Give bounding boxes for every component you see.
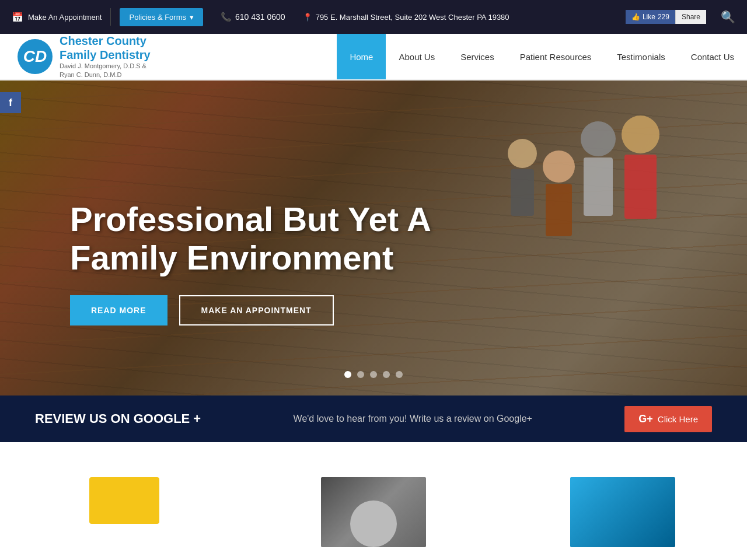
nav-item-contact[interactable]: Contact Us (678, 34, 747, 79)
google-review-title: REVIEW US ON GOOGLE + (35, 411, 201, 426)
policies-label: Policies & Forms (129, 13, 186, 22)
nav-link-about[interactable]: About Us (386, 34, 448, 79)
google-btn-label: Click Here (658, 414, 698, 424)
slider-dot-5[interactable] (396, 371, 403, 378)
hero-appointment-button[interactable]: MAKE AN APPOINTMENT (179, 295, 334, 326)
address-text: 795 E. Marshall Street, Suite 202 West C… (316, 13, 509, 22)
nav-link-testimonials[interactable]: Testimonials (604, 34, 678, 79)
fb-thumb-icon: 👍 (631, 13, 640, 21)
bottom-col-3 (498, 466, 747, 559)
google-review-bar: REVIEW US ON GOOGLE + We'd love to hear … (0, 396, 747, 442)
slider-dot-4[interactable] (383, 371, 390, 378)
hero-title: Professional But Yet A Family Environmen… (70, 200, 431, 278)
logo-text: Chester County Family Dentistry David J.… (60, 34, 151, 80)
bottom-col-2 (249, 466, 498, 559)
policies-forms-button[interactable]: Policies & Forms ▾ (120, 8, 203, 26)
logo-subtitle: David J. Montgomery, D.D.S &Ryan C. Dunn… (60, 62, 151, 80)
logo-area: CD Chester County Family Dentistry David… (0, 34, 168, 79)
nav-links: Home About Us Services Patient Resources… (337, 34, 747, 79)
chevron-down-icon: ▾ (190, 13, 194, 22)
hero-title-line2: Family Environment (70, 239, 393, 276)
slider-dot-1[interactable] (344, 371, 351, 378)
hero-appointment-label: MAKE AN APPOINTMENT (201, 306, 312, 315)
hero-buttons: READ MORE MAKE AN APPOINTMENT (70, 295, 431, 326)
location-icon: 📍 (303, 13, 312, 22)
facebook-like-button[interactable]: 👍 Like 229 (626, 10, 675, 24)
logo-title-line1: Chester County (60, 34, 151, 48)
search-button[interactable]: 🔍 (721, 10, 735, 24)
nav-item-home[interactable]: Home (337, 34, 386, 79)
fb-like-label: Like (643, 13, 655, 21)
blue-card (570, 477, 675, 547)
address-area: 📍 795 E. Marshall Street, Suite 202 West… (303, 13, 620, 22)
slider-dot-3[interactable] (370, 371, 377, 378)
facebook-like-area: 👍 Like 229 Share (626, 10, 706, 24)
phone-icon: 📞 (221, 12, 232, 22)
nav-item-about[interactable]: About Us (386, 34, 448, 79)
google-plus-icon: G+ (638, 413, 653, 425)
nav-item-patient-resources[interactable]: Patient Resources (507, 34, 605, 79)
calendar-icon: 📅 (12, 12, 23, 23)
phone-number: 610 431 0600 (235, 12, 285, 22)
person-photo-1 (321, 477, 426, 547)
make-appointment-topbar[interactable]: 📅 Make An Appointment (12, 12, 102, 23)
appointment-label: Make An Appointment (28, 13, 102, 22)
bottom-section (0, 442, 747, 560)
search-icon: 🔍 (721, 10, 735, 23)
bottom-col-1 (0, 466, 249, 536)
google-click-here-button[interactable]: G+ Click Here (624, 406, 712, 432)
facebook-float-button[interactable]: f (0, 92, 21, 113)
nav-link-home[interactable]: Home (337, 34, 386, 79)
logo-initials: CD (23, 47, 47, 66)
fb-float-icon: f (9, 97, 12, 109)
facebook-share-button[interactable]: Share (675, 10, 706, 24)
nav-link-services[interactable]: Services (448, 34, 507, 79)
slider-dot-2[interactable] (357, 371, 364, 378)
nav-link-patient-resources[interactable]: Patient Resources (507, 34, 605, 79)
logo-icon: CD (18, 39, 53, 74)
google-review-description: We'd love to hear from you! Write us a r… (224, 414, 601, 424)
hero-content: Professional But Yet A Family Environmen… (70, 200, 431, 326)
hero-title-line1: Professional But Yet A (70, 200, 431, 238)
logo-title-line2: Family Dentistry (60, 48, 151, 62)
nav-link-contact[interactable]: Contact Us (678, 34, 747, 79)
phone-area: 📞 610 431 0600 (221, 12, 285, 22)
nav-item-testimonials[interactable]: Testimonials (604, 34, 678, 79)
divider-1 (110, 8, 111, 26)
hero-section: f Professional But Yet A Family Environm… (0, 80, 747, 396)
fb-like-count: 229 (658, 13, 669, 21)
nav-item-services[interactable]: Services (448, 34, 507, 79)
read-more-label: READ MORE (91, 306, 146, 315)
fb-share-label: Share (682, 13, 700, 21)
top-bar: 📅 Make An Appointment Policies & Forms ▾… (0, 0, 747, 34)
read-more-button[interactable]: READ MORE (70, 295, 167, 326)
yellow-decoration (89, 477, 159, 524)
navigation-bar: CD Chester County Family Dentistry David… (0, 34, 747, 80)
slider-dots (344, 371, 403, 378)
